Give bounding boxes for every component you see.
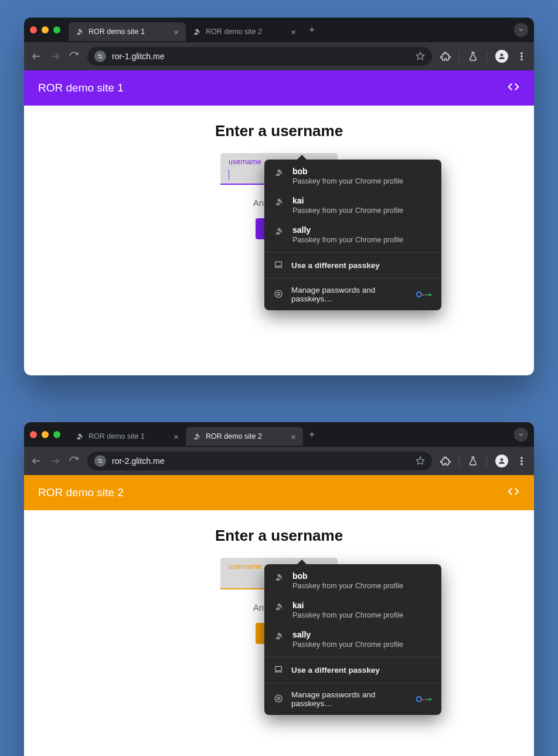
new-tab-button[interactable]: + [303, 24, 321, 36]
passkey-entry-kai[interactable]: kai Passkey from your Chrome profile [264, 191, 441, 221]
passkey-favicon-icon [193, 28, 201, 36]
profile-avatar[interactable] [495, 455, 508, 467]
passkey-name: bob [292, 167, 403, 176]
manage-passwords[interactable]: Manage passwords and passkeys… O-⊸ [264, 278, 441, 310]
use-different-passkey[interactable]: Use a different passkey [264, 657, 441, 683]
passkey-subtext: Passkey from your Chrome profile [292, 177, 403, 185]
reload-button[interactable] [69, 456, 79, 466]
close-window-icon[interactable] [30, 26, 37, 33]
extensions-icon[interactable] [440, 456, 451, 466]
tab-ror-1[interactable]: ROR demo site 1 × [69, 22, 186, 41]
svg-point-18 [521, 460, 522, 462]
fullscreen-window-icon[interactable] [53, 431, 60, 438]
passkey-icon [274, 225, 284, 236]
passkey-name: sally [292, 630, 403, 639]
tab-label: ROR demo site 2 [206, 28, 262, 36]
passkey-name: bob [292, 571, 403, 581]
tab-ror-1[interactable]: ROR demo site 1 × [69, 427, 186, 446]
fullscreen-window-icon[interactable] [53, 26, 60, 33]
code-icon[interactable] [507, 80, 520, 96]
passkey-icon [274, 571, 284, 582]
labs-icon[interactable] [468, 51, 478, 62]
forward-button[interactable] [50, 51, 60, 62]
bookmark-star-icon[interactable] [416, 51, 425, 62]
passkey-entry-sally[interactable]: sally Passkey from your Chrome profile [264, 625, 441, 655]
tab-label: ROR demo site 1 [89, 432, 145, 440]
browser-tabs: ROR demo site 1 × ROR demo site 2 × + [69, 18, 514, 42]
passkey-subtext: Passkey from your Chrome profile [292, 640, 403, 649]
kebab-menu-icon[interactable] [516, 456, 527, 466]
svg-point-14 [98, 459, 100, 460]
profile-avatar[interactable] [495, 50, 508, 63]
different-passkey-label: Use a different passkey [291, 666, 380, 674]
username-label: username [229, 158, 261, 166]
passkey-entry-bob[interactable]: bob Passkey from your Chrome profile [264, 160, 441, 191]
new-tab-button[interactable]: + [303, 429, 321, 441]
passkey-icon [274, 601, 284, 611]
svg-point-23 [277, 697, 280, 700]
close-tab-icon[interactable]: × [291, 27, 296, 37]
laptop-icon [274, 260, 283, 271]
mac-traffic-lights [30, 431, 60, 438]
passkey-name: sally [292, 225, 403, 235]
laptop-icon [274, 665, 283, 676]
google-key-icon: O-⊸ [416, 694, 432, 704]
reload-button[interactable] [69, 51, 79, 62]
tab-search-button[interactable] [514, 428, 528, 442]
page-content: Enter a username username Any usernam bo… [24, 510, 534, 721]
kebab-menu-icon[interactable] [516, 51, 527, 62]
site-info-icon[interactable] [94, 50, 106, 62]
passkey-entry-sally[interactable]: sally Passkey from your Chrome profile [264, 221, 441, 250]
chrome-icon [274, 289, 283, 300]
close-window-icon[interactable] [30, 431, 37, 438]
minimize-window-icon[interactable] [42, 26, 49, 33]
passkey-icon [274, 196, 284, 206]
address-bar[interactable]: ror-1.glitch.me [87, 47, 432, 66]
manage-passwords[interactable]: Manage passwords and passkeys… O-⊸ [264, 683, 441, 715]
passkey-name: kai [292, 196, 403, 205]
passkey-icon [274, 630, 284, 640]
mac-traffic-lights [30, 26, 60, 33]
minimize-window-icon[interactable] [42, 431, 49, 438]
passkey-favicon-icon [76, 432, 84, 440]
use-different-passkey[interactable]: Use a different passkey [264, 253, 441, 278]
browser-window-2: ROR demo site 1 × ROR demo site 2 × + [24, 422, 534, 756]
tab-ror-2[interactable]: ROR demo site 2 × [186, 427, 303, 446]
close-tab-icon[interactable]: × [173, 27, 179, 37]
svg-point-15 [101, 462, 102, 463]
passkey-entry-kai[interactable]: kai Passkey from your Chrome profile [264, 596, 441, 625]
back-button[interactable] [31, 456, 42, 466]
username-label: username [229, 562, 261, 571]
bookmark-star-icon[interactable] [416, 456, 425, 467]
tab-search-button[interactable] [514, 23, 528, 37]
address-bar[interactable]: ror-2.glitch.me [87, 452, 432, 470]
code-icon[interactable] [507, 485, 520, 501]
toolbar-divider [459, 50, 460, 62]
google-key-icon: O-⊸ [416, 290, 432, 299]
extensions-icon[interactable] [440, 51, 451, 62]
close-tab-icon[interactable]: × [291, 432, 296, 442]
app-title: ROR demo site 2 [38, 486, 124, 499]
passkey-entry-bob[interactable]: bob Passkey from your Chrome profile [264, 564, 441, 596]
svg-marker-4 [416, 52, 424, 60]
close-tab-icon[interactable]: × [173, 432, 179, 442]
labs-icon[interactable] [468, 456, 478, 466]
page-title: Enter a username [24, 122, 534, 140]
titlebar: ROR demo site 1 × ROR demo site 2 × + [24, 18, 534, 42]
browser-window-1: ROR demo site 1 × ROR demo site 2 × + [24, 18, 534, 375]
svg-point-17 [521, 457, 522, 459]
passkey-subtext: Passkey from your Chrome profile [292, 582, 403, 590]
tab-ror-2[interactable]: ROR demo site 2 × [186, 22, 303, 41]
passkey-favicon-icon [76, 28, 84, 36]
back-button[interactable] [31, 51, 42, 62]
passkey-suggestions-popup: bob Passkey from your Chrome profile kai… [264, 564, 441, 715]
forward-button[interactable] [50, 456, 60, 466]
svg-point-10 [275, 290, 282, 297]
browser-toolbar: ror-1.glitch.me [24, 42, 534, 70]
svg-point-11 [277, 292, 280, 295]
svg-point-3 [101, 57, 102, 58]
page-viewport: ROR demo site 1 Enter a username usernam… [24, 70, 534, 375]
svg-marker-16 [416, 457, 424, 465]
passkey-favicon-icon [193, 432, 201, 440]
site-info-icon[interactable] [94, 455, 106, 467]
